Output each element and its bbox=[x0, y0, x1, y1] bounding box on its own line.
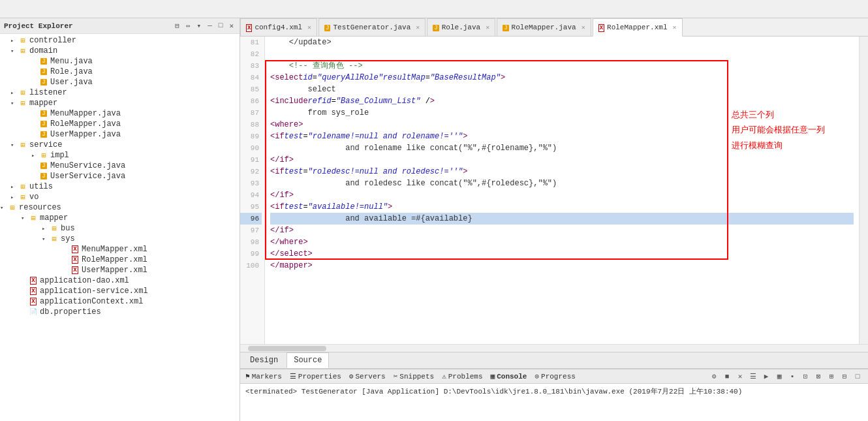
tree-item-mapper[interactable]: ⊞mapper bbox=[0, 98, 240, 108]
tree-item-UserService.java[interactable]: JUserService.java bbox=[0, 171, 240, 181]
status-icon-4[interactable]: ▶ bbox=[761, 371, 771, 382]
status-tab-properties[interactable]: ☰Properties bbox=[290, 372, 341, 381]
main-container: Project Explorer ⊟ ⇔ ▾ — □ ✕ ⊞controller… bbox=[0, 0, 868, 421]
status-tab-snippets[interactable]: ✂Snippets bbox=[394, 372, 434, 381]
tree-arrow-mapper[interactable] bbox=[10, 100, 18, 107]
status-icon-5[interactable]: ▦ bbox=[774, 371, 784, 382]
status-icon-10[interactable]: ⊟ bbox=[839, 371, 850, 382]
tree-item-vo[interactable]: ⊞vo bbox=[0, 192, 240, 202]
tab-RoleMapperXml[interactable]: XRoleMapper.xml✕ bbox=[593, 18, 683, 37]
link-editor-icon[interactable]: ⇔ bbox=[184, 21, 193, 31]
tree-item-service[interactable]: ⊞service bbox=[0, 140, 240, 150]
tree-item-controller[interactable]: ⊞controller bbox=[0, 35, 240, 46]
status-icon-8[interactable]: ⊠ bbox=[813, 371, 824, 382]
tree-item-resources[interactable]: ⊞resources bbox=[0, 202, 240, 213]
tab-close-Role[interactable]: ✕ bbox=[486, 23, 489, 31]
tree-item-bus[interactable]: ⊞bus bbox=[0, 223, 240, 234]
status-icon-9[interactable]: ⊞ bbox=[826, 371, 837, 382]
tab-RoleMapper[interactable]: JRoleMapper.java✕ bbox=[497, 18, 591, 36]
status-bar: ⚑Markers☰Properties⚙Servers✂Snippets⚠Pro… bbox=[240, 369, 868, 384]
status-icon-3[interactable]: ☰ bbox=[748, 371, 758, 382]
tree-arrow-resources[interactable] bbox=[0, 204, 8, 211]
folder-icon-listener: ⊞ bbox=[18, 88, 27, 97]
tree-item-sys[interactable]: ⊞sys bbox=[0, 234, 240, 244]
tab-close-TestGenerator[interactable]: ✕ bbox=[416, 23, 420, 31]
tree-label-service: service bbox=[29, 140, 62, 149]
tree-arrow-service[interactable] bbox=[10, 142, 18, 149]
tree-item-listener[interactable]: ⊞listener bbox=[0, 87, 240, 98]
tree-arrow-vo[interactable] bbox=[10, 194, 18, 201]
tree-item-application-dao.xml[interactable]: Xapplication-dao.xml bbox=[0, 275, 240, 286]
tree-item-MenuService.java[interactable]: JMenuService.java bbox=[0, 161, 240, 171]
tree-item-application-service.xml[interactable]: Xapplication-service.xml bbox=[0, 286, 240, 296]
tree-arrow-impl[interactable] bbox=[31, 152, 39, 159]
line-num-88: 88 bbox=[240, 119, 262, 131]
sidebar: Project Explorer ⊟ ⇔ ▾ — □ ✕ ⊞controller… bbox=[0, 18, 240, 421]
console-area: <terminated> TestGenerator [Java Applica… bbox=[240, 384, 868, 421]
line-num-98: 98 bbox=[240, 236, 262, 248]
status-icon-1[interactable]: ■ bbox=[722, 371, 732, 382]
tree-item-Menu.java[interactable]: JMenu.java bbox=[0, 56, 240, 67]
status-icon-0[interactable]: ⚙ bbox=[709, 371, 719, 382]
scroll-thumb[interactable] bbox=[248, 346, 326, 351]
file-tree: ⊞controller⊞domainJMenu.javaJRole.javaJU… bbox=[0, 34, 240, 421]
tab-Role[interactable]: JRole.java✕ bbox=[427, 18, 495, 36]
status-icon-6[interactable]: ▪ bbox=[787, 371, 798, 382]
tree-item-MenuMapper.xml[interactable]: XMenuMapper.xml bbox=[0, 244, 240, 255]
tab-config4[interactable]: Xconfig4.xml✕ bbox=[240, 18, 317, 36]
status-icon-7[interactable]: ⊡ bbox=[800, 371, 811, 382]
tree-item-applicationContext.xml[interactable]: XapplicationContext.xml bbox=[0, 296, 240, 307]
code-area-wrapper: 8182838485868788899091929394959697989910… bbox=[240, 37, 868, 369]
horizontal-scrollbar[interactable] bbox=[240, 344, 868, 352]
tree-item-MenuMapper.java[interactable]: JMenuMapper.java bbox=[0, 108, 240, 119]
tree-item-UserMapper.xml[interactable]: XUserMapper.xml bbox=[0, 265, 240, 275]
tree-item-impl[interactable]: ⊞impl bbox=[0, 150, 240, 161]
code-line-84: <select id="queryAllRole" resultMap="Bas… bbox=[270, 72, 854, 84]
tree-item-Role.java[interactable]: JRole.java bbox=[0, 67, 240, 77]
tree-arrow-domain[interactable] bbox=[10, 48, 18, 55]
tree-item-utils[interactable]: ⊞utils bbox=[0, 181, 240, 192]
tree-item-UserMapper.java[interactable]: JUserMapper.java bbox=[0, 129, 240, 140]
status-tab-problems[interactable]: ⚠Problems bbox=[442, 372, 482, 381]
tree-arrow-mapper2[interactable] bbox=[21, 215, 29, 222]
tree-item-RoleMapper.xml[interactable]: XRoleMapper.xml bbox=[0, 255, 240, 265]
tree-arrow-utils[interactable] bbox=[10, 183, 18, 191]
bottom-tab-source[interactable]: Source bbox=[287, 352, 329, 368]
code-content[interactable]: </update> <!-- 查询角色 --> <select id="quer… bbox=[265, 37, 859, 344]
sidebar-menu-icon[interactable]: ▾ bbox=[195, 21, 204, 31]
status-tab-label-console: Console bbox=[497, 373, 527, 381]
body-container: Project Explorer ⊟ ⇔ ▾ — □ ✕ ⊞controller… bbox=[0, 18, 868, 421]
tree-item-User.java[interactable]: JUser.java bbox=[0, 77, 240, 87]
minimize-icon[interactable]: — bbox=[206, 21, 214, 31]
tab-icon-Role: J bbox=[433, 23, 439, 31]
tab-close-RoleMapper[interactable]: ✕ bbox=[581, 23, 585, 31]
status-tab-console[interactable]: ▦Console bbox=[491, 372, 527, 381]
tree-arrow-bus[interactable] bbox=[42, 225, 50, 232]
status-bar-icons: ⚙■✕☰▶▦▪⊡⊠⊞⊟□ bbox=[709, 371, 863, 382]
status-tab-label-markers: Markers bbox=[252, 373, 282, 381]
xml-icon-application-service.xml: X bbox=[29, 287, 38, 296]
tree-item-db.properties[interactable]: 📄db.properties bbox=[0, 307, 240, 317]
tree-item-domain[interactable]: ⊞domain bbox=[0, 46, 240, 56]
status-tab-progress[interactable]: ⊙Progress bbox=[535, 372, 575, 381]
tree-item-RoleMapper.java[interactable]: JRoleMapper.java bbox=[0, 119, 240, 129]
status-icon-2[interactable]: ✕ bbox=[735, 371, 745, 382]
code-line-89: <if test="rolename!=null and rolename!='… bbox=[270, 131, 854, 142]
tree-arrow-sys[interactable] bbox=[42, 236, 50, 243]
tree-arrow-controller[interactable] bbox=[10, 37, 18, 44]
status-tab-servers[interactable]: ⚙Servers bbox=[349, 372, 386, 381]
xml-icon-applicationContext.xml: X bbox=[29, 297, 38, 306]
tab-close-RoleMapperXml[interactable]: ✕ bbox=[672, 23, 676, 31]
status-tab-label-progress: Progress bbox=[541, 373, 576, 381]
editor-scrollbar[interactable] bbox=[859, 37, 868, 344]
collapse-all-icon[interactable]: ⊟ bbox=[173, 21, 181, 31]
tab-close-config4[interactable]: ✕ bbox=[307, 23, 311, 31]
tree-arrow-listener[interactable] bbox=[10, 89, 18, 97]
maximize-icon[interactable]: □ bbox=[217, 21, 225, 31]
tab-TestGenerator[interactable]: JTestGenerator.java✕ bbox=[318, 18, 426, 36]
close-sidebar-icon[interactable]: ✕ bbox=[227, 21, 236, 31]
status-tab-markers[interactable]: ⚑Markers bbox=[245, 372, 282, 381]
tree-item-mapper2[interactable]: ⊞mapper bbox=[0, 213, 240, 223]
status-icon-11[interactable]: □ bbox=[852, 371, 863, 382]
bottom-tab-design[interactable]: Design bbox=[243, 352, 285, 368]
